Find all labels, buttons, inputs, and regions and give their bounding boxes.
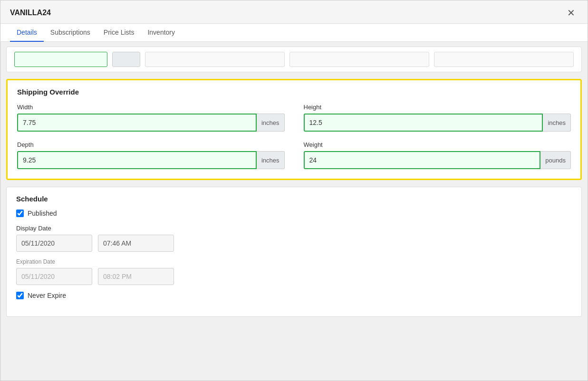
top-bar-input-3[interactable] [289, 52, 429, 67]
close-button[interactable]: ✕ [564, 7, 578, 19]
published-label: Published [28, 210, 57, 217]
display-date-row [16, 235, 572, 252]
modal-body: Shipping Override Width inches Height in… [0, 42, 588, 381]
expiration-time-input[interactable] [98, 268, 174, 285]
display-date-group: Display Date [16, 225, 572, 252]
tabs-bar: Details Subscriptions Price Lists Invent… [0, 24, 588, 42]
shipping-fields-grid: Width inches Height inches Dep [17, 104, 571, 169]
schedule-section: Schedule Published Display Date Expirati… [6, 187, 582, 317]
top-bar-input-1[interactable] [14, 52, 107, 67]
depth-field-group: Depth inches [17, 141, 285, 169]
height-unit: inches [543, 114, 571, 132]
shipping-override-title: Shipping Override [17, 88, 571, 96]
display-time-input[interactable] [98, 235, 174, 252]
height-input[interactable] [304, 114, 543, 132]
width-field-row: inches [17, 114, 285, 132]
modal-header: VANILLA24 ✕ [0, 0, 588, 24]
weight-unit: pounds [540, 151, 571, 169]
tab-subscriptions[interactable]: Subscriptions [44, 24, 97, 42]
expiration-date-input[interactable] [16, 268, 92, 285]
width-label: Width [17, 104, 285, 111]
depth-input[interactable] [17, 151, 257, 169]
published-checkbox[interactable] [16, 210, 24, 217]
shipping-override-section: Shipping Override Width inches Height in… [6, 79, 582, 180]
expiration-date-label: Expiration Date [16, 258, 572, 265]
height-label: Height [304, 104, 571, 111]
weight-field-group: Weight pounds [304, 141, 571, 169]
depth-field-row: inches [17, 151, 285, 169]
modal: VANILLA24 ✕ Details Subscriptions Price … [0, 0, 588, 381]
display-date-input[interactable] [16, 235, 92, 252]
top-bar-input-2[interactable] [145, 52, 285, 67]
depth-label: Depth [17, 141, 285, 148]
never-expire-checkbox[interactable] [16, 292, 24, 299]
never-expire-label: Never Expire [28, 292, 66, 299]
height-field-group: Height inches [304, 104, 571, 132]
display-date-label: Display Date [16, 225, 572, 232]
depth-unit: inches [257, 151, 285, 169]
width-field-group: Width inches [17, 104, 285, 132]
top-bar-section [6, 47, 582, 72]
tab-price-lists[interactable]: Price Lists [97, 24, 141, 42]
top-bar-btn-1[interactable] [112, 52, 140, 67]
expiration-date-group: Expiration Date Never Expire [16, 258, 572, 299]
tab-details[interactable]: Details [10, 24, 44, 42]
top-bar-input-4[interactable] [434, 52, 574, 67]
expiration-date-row [16, 268, 572, 285]
weight-input[interactable] [304, 151, 541, 169]
tab-inventory[interactable]: Inventory [141, 24, 182, 42]
never-expire-row: Never Expire [16, 292, 572, 299]
width-input[interactable] [17, 114, 257, 132]
width-unit: inches [257, 114, 285, 132]
published-row: Published [16, 210, 572, 217]
height-field-row: inches [304, 114, 571, 132]
weight-field-row: pounds [304, 151, 571, 169]
schedule-title: Schedule [16, 195, 572, 203]
modal-title: VANILLA24 [10, 9, 51, 17]
weight-label: Weight [304, 141, 571, 148]
